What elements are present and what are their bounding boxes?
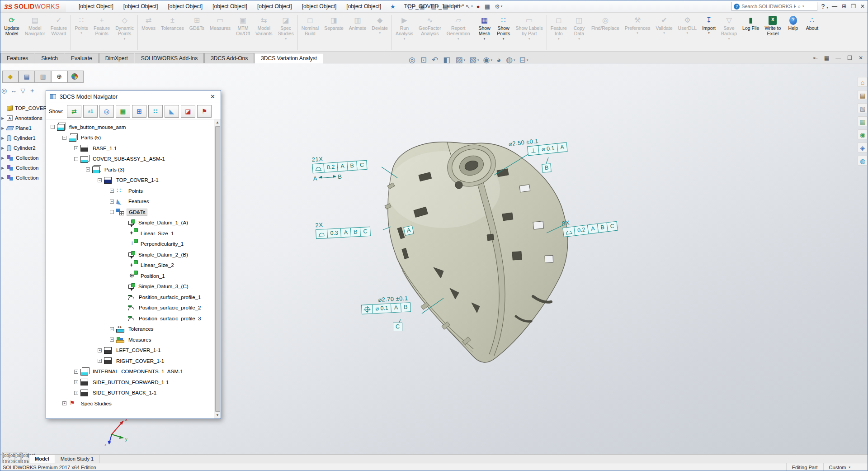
save-backup-button[interactable]: ▽ Save Backup ▾ <box>718 14 740 51</box>
dropdown-arrow-icon[interactable]: ▾ <box>438 5 439 8</box>
menu-item[interactable]: [object Object] <box>119 1 163 11</box>
expander-icon[interactable]: + <box>110 200 114 204</box>
show-features-toggle[interactable]: ◣ <box>165 105 179 118</box>
callout-profile-21x[interactable]: 21X 0.2 A B C A B <box>311 152 368 182</box>
show-tolerances-toggle[interactable]: ±1 <box>83 105 98 118</box>
zoom-area-icon[interactable]: ⊡ <box>420 55 428 65</box>
expander-icon[interactable]: + <box>98 348 102 352</box>
expander-icon[interactable]: + <box>110 338 114 342</box>
dropdown-arrow-icon[interactable]: ▾ <box>527 58 528 62</box>
validate-button[interactable]: ✔ Validate ▾ <box>653 14 675 51</box>
datum-label-b[interactable]: B <box>542 163 552 173</box>
navigator-tree-item[interactable]: Linear_Size_1 <box>46 228 214 239</box>
scroll-up-icon[interactable]: ▲ <box>216 119 219 126</box>
view-orientation-icon[interactable]: ▨▾ <box>455 55 465 65</box>
ribbon-dropdown-arrow[interactable]: ▾ <box>124 37 126 41</box>
dropdown-arrow-icon[interactable]: ▾ <box>477 58 479 62</box>
expander-icon[interactable]: + <box>74 391 78 395</box>
expand-arrow-icon[interactable]: ▶ <box>1 116 7 120</box>
motion-study-tab[interactable]: Motion Study 1 <box>55 455 99 463</box>
doc-minimize-icon[interactable]: — <box>835 55 841 61</box>
search-input[interactable] <box>741 4 796 9</box>
deviate-button[interactable]: ◆ Deviate ▾ <box>369 14 391 51</box>
ribbon-dropdown-arrow[interactable]: ▾ <box>404 37 406 41</box>
chevron-down-icon[interactable]: ▾ <box>849 466 850 469</box>
run-analysis-button[interactable]: ▶ Run Analysis ▾ <box>393 14 416 51</box>
gdts-button[interactable]: ⊞ GD&Ts <box>187 14 207 51</box>
menu-item[interactable]: [object Object] <box>253 1 297 11</box>
tab-3dcs-variation-analyst[interactable]: 3DCS Variation Analyst <box>255 53 323 63</box>
configuration-selector[interactable]: Custom ▾ <box>823 463 856 471</box>
ribbon-dropdown-arrow[interactable]: ▾ <box>484 37 486 41</box>
expander-icon[interactable]: + <box>98 359 102 363</box>
show-rings-toggle[interactable]: ◎ <box>99 105 114 118</box>
tab-solidworks-add-ins[interactable]: SOLIDWORKS Add-Ins <box>135 53 204 63</box>
save-icon[interactable]: ▥▾ <box>429 2 440 11</box>
span-displays-button[interactable]: ⊞ <box>842 3 846 10</box>
navigator-tree-item[interactable]: Simple_Datum_1_(A) <box>46 218 214 228</box>
dropdown-arrow-icon[interactable]: ▾ <box>426 5 428 8</box>
expand-arrow-icon[interactable]: ▶ <box>1 176 7 180</box>
ribbon-dropdown-arrow[interactable]: ▾ <box>728 37 730 41</box>
navigator-tree-item[interactable]: + Tolerances <box>46 324 214 335</box>
new-document-icon[interactable]: ▢▾ <box>406 2 417 11</box>
options-icon[interactable]: ⚙▾ <box>493 2 504 11</box>
update-model-button[interactable]: ⟳ Update Model <box>1 14 22 51</box>
expander-icon[interactable]: + <box>74 146 78 150</box>
view-palette-icon[interactable]: ▦ <box>858 116 868 126</box>
feature-wizard-button[interactable]: ✓ Feature Wizard <box>48 14 70 51</box>
callout-position[interactable]: ⌀2.70 ±0.1 ⌀ 0.1 A B <box>361 295 411 314</box>
feature-tree-item[interactable]: ▶ Plane1 <box>1 123 47 133</box>
dimxpertmanager-tab[interactable]: ⊕ <box>51 71 67 83</box>
navigator-tree-item[interactable]: Position_surfacic_profile_3 <box>46 313 214 324</box>
menu-item[interactable]: [object Object] <box>163 1 207 11</box>
custom-properties-icon[interactable]: ◈ <box>858 143 868 152</box>
expander-icon[interactable]: + <box>110 327 114 331</box>
tab-evaluate[interactable]: Evaluate <box>65 53 99 63</box>
expander-icon[interactable]: − <box>51 125 55 129</box>
doc-close-icon[interactable]: ✕ <box>859 55 863 61</box>
print-icon[interactable]: ▤▾ <box>441 2 452 11</box>
import-button[interactable]: ↧ Import ▾ <box>699 14 718 51</box>
ribbon-dropdown-arrow[interactable]: ▾ <box>458 37 459 41</box>
search-icon[interactable]: ⌕ <box>797 3 801 10</box>
ribbon-divider[interactable] <box>137 15 138 50</box>
navigator-title-bar[interactable]: 3DCS Model Navigator ✕ <box>46 90 221 103</box>
spec-studies-button[interactable]: ◪ Spec Studies ▾ <box>275 14 297 51</box>
expander-icon[interactable]: + <box>74 370 78 374</box>
selection-target-icon[interactable]: ◎ <box>1 87 7 95</box>
expander-icon[interactable]: − <box>62 136 66 140</box>
dropdown-arrow-icon[interactable]: ▾ <box>514 58 515 62</box>
navigator-tree-item[interactable]: Linear_Size_2 <box>46 260 214 271</box>
add-icon[interactable]: ＋ <box>29 87 35 95</box>
navigator-tree-item[interactable]: Position_surfacic_profile_2 <box>46 303 214 314</box>
expander-icon[interactable]: − <box>110 210 114 214</box>
feature-tree-item[interactable]: ▶ A Annotations <box>1 113 47 123</box>
about-button[interactable]: ∴ About <box>802 14 821 51</box>
expander-icon[interactable]: − <box>98 178 102 182</box>
navigator-tree-item[interactable]: Simple_Datum_2_(B) <box>46 249 214 260</box>
mtm-onoff-button[interactable]: ▣ MTM On/Off <box>233 14 253 51</box>
hide-show-items-icon[interactable]: ◉▾ <box>483 55 492 65</box>
show-spec-toggle[interactable]: ⚑ <box>197 105 212 118</box>
collapse-pane-icon[interactable]: ⇤ <box>813 55 818 61</box>
report-generation-button[interactable]: ▱ Report Generation ▾ <box>444 14 473 51</box>
userdll-button[interactable]: ⚙ UserDLL ▾ <box>675 14 699 51</box>
navigator-tree-item[interactable]: Simple_Datum_3_(C) <box>46 281 214 292</box>
close-button[interactable]: ✕ <box>860 3 865 10</box>
copy-data-button[interactable]: ◫ Copy Data ▾ <box>570 14 589 51</box>
ribbon-dropdown-arrow[interactable]: ▾ <box>285 37 287 41</box>
display-style-icon[interactable]: ▧▾ <box>469 55 479 65</box>
forum-icon[interactable]: ◍ <box>858 156 868 166</box>
navigator-tree-item[interactable]: + LEFT_COVER_1-1 <box>46 345 214 356</box>
zoom-fit-icon[interactable]: ◎ <box>409 55 416 65</box>
dropdown-arrow-icon[interactable]: ▾ <box>460 5 462 8</box>
ribbon-dropdown-arrow[interactable]: ▾ <box>558 37 560 41</box>
navigator-tree-item[interactable]: + Points <box>46 186 214 196</box>
help-menu-button[interactable]: ? ▾ <box>821 3 828 10</box>
navigator-tree-item[interactable]: + Measures <box>46 334 214 345</box>
callout-profile-2x[interactable]: 2X 0.3 A B C <box>315 219 371 239</box>
ribbon-dropdown-arrow[interactable]: ▾ <box>80 31 82 35</box>
ribbon-dropdown-arrow[interactable]: ▾ <box>637 31 638 35</box>
animate-button[interactable]: ▥ Animate <box>346 14 369 51</box>
